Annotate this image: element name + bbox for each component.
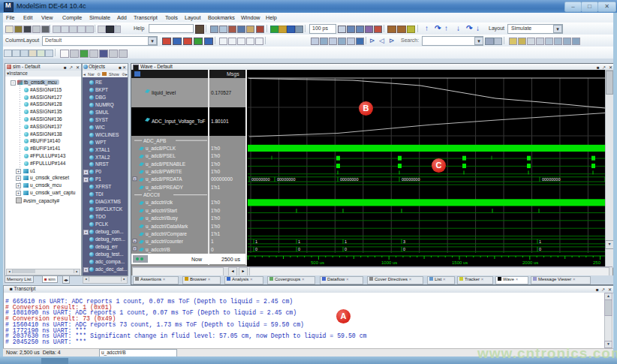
svg-text:00000000: 00000000 <box>340 177 358 182</box>
svg-text:ADC_Input_Voltage_ToF: ADC_Input_Voltage_ToF <box>152 119 206 125</box>
svg-text:1000 us: 1000 us <box>381 260 397 265</box>
svg-text:2500 us: 2500 us <box>221 257 240 262</box>
svg-text:3: 3 <box>403 239 405 244</box>
svg-text:0: 0 <box>345 247 347 251</box>
svg-text:+: + <box>134 176 136 181</box>
svg-text:1: 1 <box>211 239 214 244</box>
svg-text:1'h0: 1'h0 <box>211 153 220 158</box>
svg-text:u_adc8/PRDATA: u_adc8/PRDATA <box>146 176 182 182</box>
svg-text:1: 1 <box>345 239 347 244</box>
svg-text:1: 1 <box>539 239 541 244</box>
svg-text:u_adcctrl/counter: u_adcctrl/counter <box>146 239 184 245</box>
svg-text:0: 0 <box>211 247 214 252</box>
svg-text:0: 0 <box>298 247 300 251</box>
svg-text:1.80101: 1.80101 <box>211 119 229 124</box>
svg-text:1'h0: 1'h0 <box>211 224 220 229</box>
svg-text:0.170527: 0.170527 <box>211 90 231 95</box>
svg-text:u_adc8/PWRITE: u_adc8/PWRITE <box>146 169 182 175</box>
svg-text:u_adcctrl/DataMark: u_adcctrl/DataMark <box>146 224 188 230</box>
svg-text:u_adcctrl/clk: u_adcctrl/clk <box>146 200 173 206</box>
svg-text:1: 1 <box>298 239 300 244</box>
svg-text:Now: Now <box>191 257 203 262</box>
svg-text:u_adcctrl/B: u_adcctrl/B <box>146 247 170 253</box>
svg-text:1500 us: 1500 us <box>452 260 468 265</box>
svg-text:u_adcctrl/Busy: u_adcctrl/Busy <box>146 215 178 221</box>
svg-text:00000000: 00000000 <box>542 177 560 182</box>
svg-text:2000 us: 2000 us <box>522 260 538 265</box>
svg-text:0: 0 <box>539 247 541 251</box>
svg-text:u_adc8/PREADY: u_adc8/PREADY <box>146 185 184 191</box>
svg-text:+: + <box>134 239 136 243</box>
svg-text:ADCCtl: ADCCtl <box>143 192 160 197</box>
svg-text:250: 250 <box>593 260 601 265</box>
svg-text:1'h0: 1'h0 <box>211 146 220 151</box>
svg-text:ADC_APB: ADC_APB <box>143 138 166 144</box>
svg-text:1'h0: 1'h0 <box>211 161 220 167</box>
svg-text:u_adcctrl/Start: u_adcctrl/Start <box>146 208 177 214</box>
svg-text:1'h1: 1'h1 <box>211 185 220 190</box>
svg-text:1'h0: 1'h0 <box>211 169 220 174</box>
svg-text:1: 1 <box>255 239 257 244</box>
svg-text:0: 0 <box>403 247 405 251</box>
svg-text:Msgs: Msgs <box>227 71 239 77</box>
svg-text:00000000: 00000000 <box>402 177 420 182</box>
svg-text:1'h0: 1'h0 <box>211 215 220 221</box>
svg-text:+: + <box>134 246 136 251</box>
svg-text:1'h0: 1'h0 <box>211 200 220 205</box>
svg-text:u_adc8/PENABLE: u_adc8/PENABLE <box>146 161 186 167</box>
svg-text:0: 0 <box>255 247 257 251</box>
svg-text:liquid_level: liquid_level <box>152 90 176 96</box>
svg-text:u_adcctrl/Compare: u_adcctrl/Compare <box>146 231 187 237</box>
svg-text:1'h0: 1'h0 <box>211 208 220 213</box>
svg-text:00000000: 00000000 <box>211 176 233 182</box>
svg-text:u_adc8/PSEL: u_adc8/PSEL <box>146 153 176 159</box>
svg-text:00000000: 00000000 <box>277 177 295 182</box>
svg-text:500 us: 500 us <box>311 260 324 265</box>
svg-text:1'h1: 1'h1 <box>211 231 220 236</box>
svg-text:00000000: 00000000 <box>251 177 269 182</box>
svg-text:u_adc8/PCLK: u_adc8/PCLK <box>146 146 176 152</box>
